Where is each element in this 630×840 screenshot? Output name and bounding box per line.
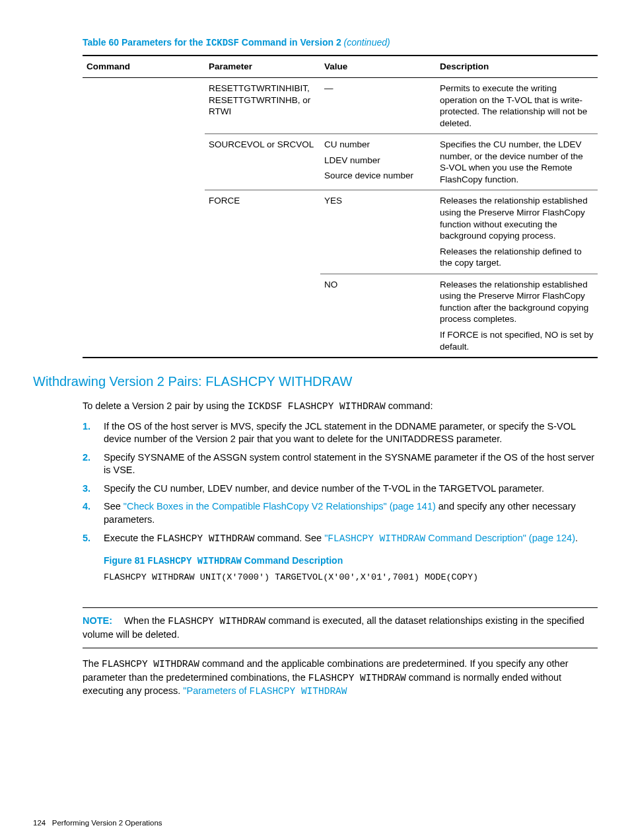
list-item: 3.Specify the CU number, LDEV number, an… (83, 482, 600, 496)
step-number: 5. (83, 532, 90, 545)
step-text: See (104, 501, 123, 512)
code-text: FLASHCPY WITHDRAW (168, 616, 265, 627)
desc-para: Releases the relationship defined to the… (440, 246, 594, 269)
list-item: 1.If the OS of the host server is MVS, s… (83, 420, 600, 446)
caption-prefix: Table 60 Parameters for the (83, 37, 205, 48)
cell-command (83, 190, 205, 274)
section-heading: Withdrawing Version 2 Pairs: FLASHCPY WI… (33, 373, 600, 391)
divider (83, 607, 598, 608)
cross-reference-link[interactable]: "FLASHCPY WITHDRAW Command Description" … (324, 533, 575, 543)
step-text: If the OS of the host server is MVS, spe… (104, 421, 576, 445)
note-block: NOTE:When the FLASHCPY WITHDRAW command … (83, 615, 598, 641)
cell-command (83, 134, 205, 190)
step-text: Specify the CU number, LDEV number, and … (104, 483, 544, 494)
cell-value: — (320, 78, 436, 134)
text: The (83, 658, 102, 669)
cell-parameter: SOURCEVOL or SRCVOL (205, 134, 320, 190)
th-parameter: Parameter (205, 56, 320, 78)
caption-code: ICKDSF (205, 38, 238, 48)
list-item: 2.Specify SYSNAME of the ASSGN system co… (83, 451, 600, 477)
intro-paragraph: To delete a Version 2 pair by using the … (83, 400, 600, 414)
cell-description: Permits to execute the writing operation… (436, 78, 598, 134)
cell-parameter (205, 274, 320, 358)
value-line: LDEV number (324, 155, 432, 167)
link-code: FLASHCPY WITHDRAW (328, 533, 425, 544)
cross-reference-link[interactable]: "Parameters of FLASHCPY WITHDRAW (183, 685, 347, 696)
desc-para: Releases the relationship established us… (440, 279, 594, 325)
figure-caption: Figure 81 FLASHCPY WITHDRAW Command Desc… (104, 554, 600, 568)
code-text: FLASHCPY WITHDRAW (157, 533, 255, 544)
step-number: 1. (83, 420, 90, 434)
caption-continued: (continued) (344, 37, 390, 48)
caption-suffix: Command Description (242, 555, 343, 566)
trailing-paragraph: The FLASHCPY WITHDRAW command and the ap… (83, 658, 598, 699)
caption-code: FLASHCPY WITHDRAW (147, 556, 242, 566)
cell-value: YES (320, 190, 436, 274)
link-text: "Parameters of (183, 685, 249, 696)
th-command: Command (83, 56, 205, 78)
table-row: RESETTGTWRTINHIBIT, RESETTGTWRTINHB, or … (83, 78, 598, 134)
desc-para: Releases the relationship established us… (440, 195, 594, 241)
code-text: FLASHCPY WITHDRAW (102, 659, 199, 669)
parameters-table: Command Parameter Value Description RESE… (83, 55, 598, 358)
cell-command (83, 78, 205, 134)
list-item: 5.Execute the FLASHCPY WITHDRAW command.… (83, 532, 600, 546)
table-header-row: Command Parameter Value Description (83, 56, 598, 78)
cross-reference-link[interactable]: "Check Boxes in the Compatible FlashCopy… (123, 501, 436, 512)
code-text: FLASHCPY WITHDRAW (308, 673, 406, 683)
steps-list: 1.If the OS of the host server is MVS, s… (83, 420, 600, 546)
cell-description: Releases the relationship established us… (436, 190, 598, 274)
step-text: Execute the (104, 533, 157, 543)
cell-command (83, 274, 205, 358)
th-value: Value (320, 56, 436, 78)
step-text: command. See (255, 533, 325, 543)
divider (83, 648, 598, 648)
text: To delete a Version 2 pair by using the (83, 401, 248, 411)
cell-value: CU number LDEV number Source device numb… (320, 134, 436, 190)
caption-prefix: Figure 81 (104, 555, 147, 566)
table-caption: Table 60 Parameters for the ICKDSF Comma… (83, 36, 600, 50)
step-number: 2. (83, 451, 90, 465)
code-text: ICKDSF FLASHCPY WITHDRAW (248, 401, 386, 412)
table-row: FORCE YES Releases the relationship esta… (83, 190, 598, 274)
cell-description: Releases the relationship established us… (436, 274, 598, 358)
step-text: Specify SYSNAME of the ASSGN system cont… (104, 452, 594, 476)
cell-parameter: FORCE (205, 190, 320, 274)
step-number: 3. (83, 482, 90, 496)
link-code: FLASHCPY WITHDRAW (250, 686, 347, 697)
cell-description: Specifies the CU number, the LDEV number… (436, 134, 598, 190)
cell-value: NO (320, 274, 436, 358)
list-item: 4.See "Check Boxes in the Compatible Fla… (83, 500, 600, 526)
caption-suffix: Command in Version 2 (239, 37, 344, 48)
step-text: . (575, 533, 578, 543)
step-number: 4. (83, 500, 90, 514)
note-text: When the (124, 615, 168, 626)
code-block: FLASHCPY WITHDRAW UNIT(X'7000') TARGETVO… (104, 572, 600, 584)
table-row: SOURCEVOL or SRCVOL CU number LDEV numbe… (83, 134, 598, 190)
value-line: CU number (324, 139, 432, 151)
th-description: Description (436, 56, 598, 78)
value-line: Source device number (324, 170, 432, 182)
text: command: (386, 401, 433, 411)
note-label: NOTE: (83, 615, 112, 626)
cell-parameter: RESETTGTWRTINHIBIT, RESETTGTWRTINHB, or … (205, 78, 320, 134)
table-row: NO Releases the relationship established… (83, 274, 598, 358)
desc-para: If FORCE is not specified, NO is set by … (440, 329, 594, 352)
link-text: Command Description" (page 124) (425, 533, 575, 543)
